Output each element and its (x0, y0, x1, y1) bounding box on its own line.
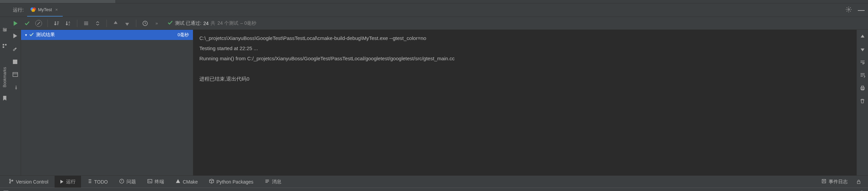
wrench-icon[interactable] (12, 45, 19, 52)
list-icon (87, 179, 92, 185)
collapse-all-icon[interactable] (94, 19, 102, 27)
tab-todo[interactable]: TODO (82, 176, 113, 188)
history-icon[interactable] (141, 19, 149, 27)
svg-point-18 (9, 182, 11, 184)
console-line: Running main() from C:/_projetcs/XianyuB… (199, 56, 455, 61)
package-icon (209, 179, 214, 185)
sort-alpha-icon[interactable]: AZ (64, 19, 72, 27)
status-prefix: 测试 已通过: (175, 20, 201, 26)
tab-label: MyTest (38, 7, 52, 12)
prev-failed-icon[interactable] (112, 19, 120, 27)
main-area: 结构 Bookmarks ▾ 测试结果 0毫秒 C:\_projetcs\Xia… (0, 30, 868, 175)
messages-icon (265, 179, 270, 185)
tab-problems[interactable]: 问题 (114, 176, 141, 188)
far-left-gutter: 结构 Bookmarks (0, 30, 9, 175)
gtest-icon (31, 6, 36, 13)
test-tree-panel: ▾ 测试结果 0毫秒 (21, 30, 193, 175)
run-tab-bar: 运行: MyTest × — (0, 3, 868, 17)
status-duration: – 0毫秒 (240, 20, 256, 26)
next-failed-icon[interactable] (123, 19, 131, 27)
svg-rect-8 (3, 44, 4, 45)
print-icon[interactable] (859, 85, 866, 91)
scroll-up-icon[interactable] (859, 33, 866, 40)
svg-rect-15 (862, 86, 864, 87)
run-side-gutter (9, 30, 21, 175)
bottom-tool-tabs: Version Control 运行 TODO 问题 终端 CMake Pyth… (0, 175, 868, 188)
close-icon[interactable]: × (54, 7, 59, 12)
sort-down-icon[interactable] (53, 19, 61, 27)
check-icon (29, 32, 34, 38)
minimize-icon[interactable]: — (858, 6, 865, 14)
test-toolbar: AZ » 测试 已通过: 24共 24 个测试 – 0毫秒 (0, 17, 868, 30)
chevron-down-icon: ▾ (25, 33, 27, 37)
tree-root-row[interactable]: ▾ 测试结果 0毫秒 (21, 30, 193, 40)
svg-text:Z: Z (68, 23, 70, 26)
tab-run[interactable]: 运行 (55, 176, 81, 188)
check-icon (167, 20, 173, 26)
stop-icon[interactable] (12, 58, 19, 65)
status-passed: 24 (203, 21, 209, 26)
structure-icon[interactable] (1, 43, 8, 49)
trash-icon[interactable] (859, 98, 866, 104)
top-strip (0, 0, 868, 3)
lock-icon[interactable] (855, 178, 862, 185)
play-icon (60, 179, 64, 185)
tab-eventlog[interactable]: 事件日志 (819, 179, 850, 185)
rerun-button[interactable] (12, 19, 20, 27)
terminal-icon (147, 179, 152, 185)
show-passed-button[interactable] (23, 19, 31, 27)
svg-point-17 (9, 179, 11, 181)
tab-python[interactable]: Python Packages (204, 176, 259, 188)
svg-rect-9 (5, 44, 6, 45)
svg-line-4 (37, 22, 40, 25)
console-line: Testing started at 22:25 ... (199, 45, 258, 51)
svg-text:A: A (68, 21, 70, 23)
status-total: 24 个测试 (217, 20, 238, 26)
show-ignored-button[interactable] (35, 19, 43, 27)
scroll-to-end-icon[interactable] (859, 72, 866, 79)
pin-icon[interactable] (12, 84, 19, 91)
cmake-icon (176, 179, 180, 185)
console-output[interactable]: C:\_projetcs\XianyuBoss\GoogleTest\PassT… (193, 30, 856, 175)
tab-cmake[interactable]: CMake (170, 176, 203, 188)
status-sep: 共 (211, 20, 215, 26)
warning-icon (119, 179, 124, 185)
rerun-side-button[interactable] (12, 33, 19, 39)
run-label: 运行: (0, 7, 27, 13)
status-bar: 测试通过: 24 (片刻 之前) 9:1 (140 字符, 10 行 换行符) … (0, 188, 868, 191)
chevron-right-icon[interactable]: » (153, 19, 161, 27)
tab-mytest[interactable]: MyTest × (27, 3, 63, 17)
soft-wrap-icon[interactable] (859, 59, 866, 66)
svg-rect-12 (13, 72, 18, 77)
branch-icon (9, 179, 14, 185)
expand-all-icon[interactable] (82, 19, 90, 27)
tab-vcs[interactable]: Version Control (3, 176, 54, 188)
tree-root-time: 0毫秒 (178, 32, 189, 38)
bookmarks-icon[interactable] (1, 95, 8, 102)
console-line: C:\_projetcs\XianyuBoss\GoogleTest\PassT… (199, 35, 426, 41)
bookmarks-tool[interactable]: Bookmarks (2, 67, 7, 87)
tree-root-label: 测试结果 (36, 32, 55, 38)
svg-rect-21 (148, 179, 152, 183)
svg-rect-23 (857, 182, 860, 184)
scroll-down-icon[interactable] (859, 46, 866, 53)
svg-rect-10 (3, 46, 4, 48)
tab-messages[interactable]: 消息 (259, 176, 287, 188)
settings-icon[interactable] (846, 6, 852, 14)
console-right-gutter (856, 30, 868, 175)
log-icon (822, 179, 826, 185)
console-line: 进程已结束,退出代码0 (199, 76, 250, 82)
svg-rect-22 (822, 179, 826, 183)
svg-point-3 (848, 9, 850, 10)
layout-icon[interactable] (12, 71, 19, 78)
svg-rect-11 (13, 60, 17, 64)
tab-terminal[interactable]: 终端 (142, 176, 170, 188)
